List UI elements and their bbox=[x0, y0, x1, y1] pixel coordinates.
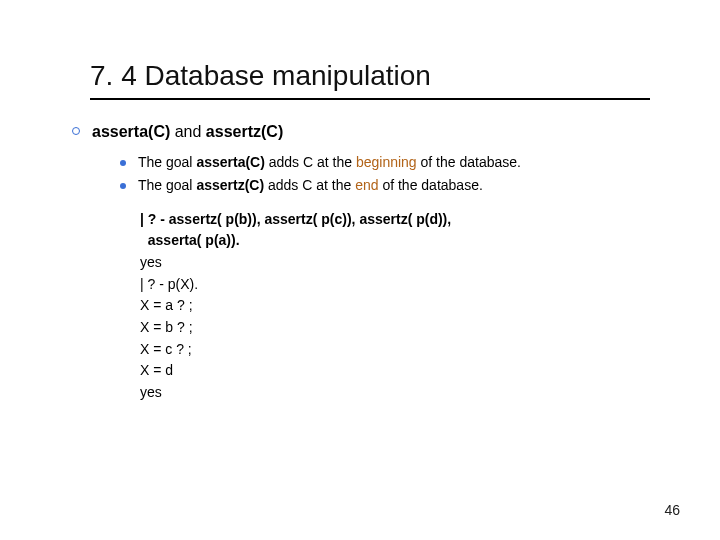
title-underline bbox=[90, 98, 650, 100]
strong-fragment: assertz(C) bbox=[196, 177, 264, 193]
section-assertz: assertz(C) bbox=[206, 123, 283, 140]
highlight-fragment: beginning bbox=[356, 154, 417, 170]
section-heading: asserta(C) and assertz(C) bbox=[72, 122, 680, 143]
bullet-list: The goal asserta(C) adds C at the beginn… bbox=[120, 153, 680, 195]
filled-bullet-icon bbox=[120, 160, 126, 166]
page-number: 46 bbox=[664, 502, 680, 518]
strong-fragment: asserta(C) bbox=[196, 154, 264, 170]
text-fragment: adds C at the bbox=[265, 154, 356, 170]
filled-bullet-icon bbox=[120, 183, 126, 189]
text-fragment: adds C at the bbox=[264, 177, 355, 193]
section-and: and bbox=[170, 123, 206, 140]
list-item: The goal asserta(C) adds C at the beginn… bbox=[120, 153, 680, 172]
slide: 7. 4 Database manipulation asserta(C) an… bbox=[0, 0, 720, 540]
text-fragment: of the database. bbox=[379, 177, 483, 193]
code-query-line1: | ? - assertz( p(b)), assertz( p(c)), as… bbox=[140, 211, 451, 227]
section-heading-text: asserta(C) and assertz(C) bbox=[92, 122, 283, 143]
slide-title: 7. 4 Database manipulation bbox=[90, 60, 680, 92]
hollow-bullet-icon bbox=[72, 127, 80, 135]
text-fragment: The goal bbox=[138, 177, 196, 193]
code-output: yes | ? - p(X). X = a ? ; X = b ? ; X = … bbox=[140, 254, 198, 400]
list-item-text: The goal assertz(C) adds C at the end of… bbox=[138, 176, 483, 195]
text-fragment: of the database. bbox=[417, 154, 521, 170]
text-fragment: The goal bbox=[138, 154, 196, 170]
section-asserta: asserta(C) bbox=[92, 123, 170, 140]
code-block: | ? - assertz( p(b)), assertz( p(c)), as… bbox=[140, 209, 680, 404]
list-item-text: The goal asserta(C) adds C at the beginn… bbox=[138, 153, 521, 172]
highlight-fragment: end bbox=[355, 177, 378, 193]
list-item: The goal assertz(C) adds C at the end of… bbox=[120, 176, 680, 195]
code-query-line1b: asserta( p(a)). bbox=[140, 232, 240, 248]
